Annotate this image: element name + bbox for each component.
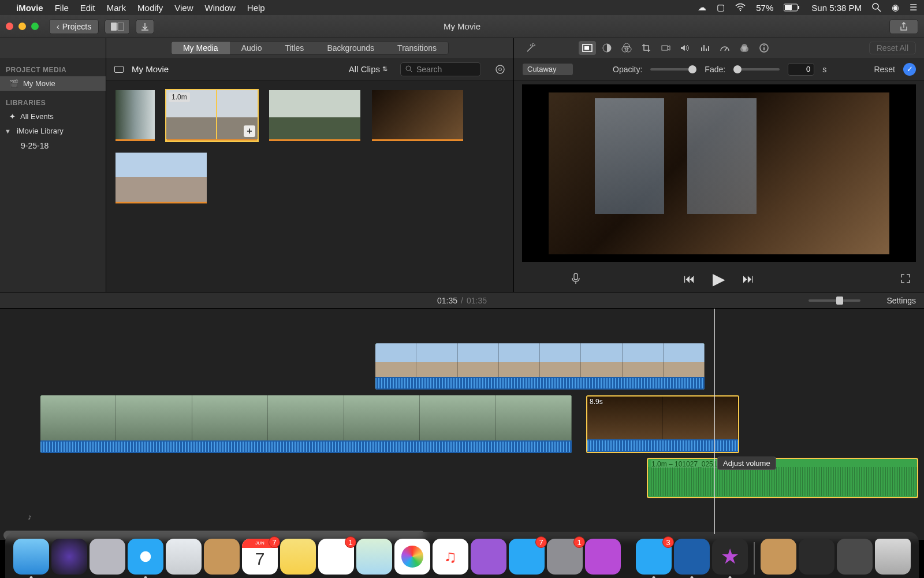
siri-menuextra-icon[interactable]: ◉ [892,2,899,13]
clip-skimmer[interactable] [216,90,217,139]
weather-menuextra-icon[interactable]: ☁︎ [698,2,706,13]
app-menu[interactable]: iMovie [16,3,43,13]
search-field[interactable]: Search [400,62,481,76]
dock-safari[interactable] [128,539,163,575]
timeline-main-clip-train[interactable] [40,395,572,453]
clip-thumbnail[interactable] [116,90,155,141]
battery-percent[interactable]: 57% [756,3,773,13]
crop-icon[interactable] [638,41,655,55]
fullscreen-window-button[interactable] [31,23,39,30]
dock-downloads[interactable] [761,539,796,575]
projects-back-button[interactable]: ‹Projects [49,19,99,34]
airplay-menuextra-icon[interactable]: ▢ [717,2,725,13]
dock-photos[interactable] [394,539,430,575]
preview-viewer[interactable] [522,84,916,262]
menu-view[interactable]: View [174,3,193,13]
disclosure-triangle-icon[interactable]: ▼ [5,128,11,135]
playhead[interactable] [714,309,715,534]
share-button[interactable] [889,19,918,34]
dock-messages[interactable]: 3 [636,539,672,575]
tab-transitions[interactable]: Transitions [386,42,448,54]
clip-thumbnail[interactable] [372,90,463,141]
dock-contacts[interactable] [204,539,240,575]
opacity-slider[interactable] [650,68,696,71]
add-clip-button[interactable]: + [244,125,255,137]
filters-icon[interactable] [736,41,753,55]
menubar-clock[interactable]: Sun 5:38 PM [811,3,862,13]
menu-window[interactable]: Window [205,3,236,13]
color-balance-icon[interactable] [598,41,616,55]
dock-recent-1[interactable] [799,539,834,575]
menu-help[interactable]: Help [247,3,265,13]
dock-launchpad[interactable] [90,539,125,575]
sidebar-all-events[interactable]: ✦ All Events [0,109,106,124]
dock-music[interactable]: ♫ [433,539,468,575]
sidebar-project-media-item[interactable]: 🎬 My Movie [0,76,106,91]
fullscreen-icon[interactable] [901,274,910,283]
tab-backgrounds[interactable]: Backgrounds [315,42,386,54]
sidebar-toggle-icon[interactable] [114,66,124,73]
clip-thumbnail[interactable] [269,90,360,141]
tab-audio[interactable]: Audio [230,42,274,54]
prev-button[interactable]: ⏮ [684,272,695,286]
sidebar-event[interactable]: 9-25-18 [0,138,106,153]
minimize-window-button[interactable] [18,23,26,30]
dock-appstore[interactable]: 7 [509,539,545,575]
menu-edit[interactable]: Edit [80,3,95,13]
dock-maps[interactable] [356,539,392,575]
clips-filter-dropdown[interactable]: All Clips ⇅ [349,64,388,74]
timeline-settings-button[interactable]: Settings [886,296,916,305]
menu-modify[interactable]: Modify [137,3,163,13]
dock-trash[interactable] [875,539,911,575]
volume-icon[interactable] [677,41,694,55]
info-icon[interactable] [755,41,773,55]
video-overlay-icon[interactable] [579,41,596,55]
timeline[interactable]: 8.9s 1.0m – 101027_0251 Adjust volume ♪ [0,309,924,540]
next-button[interactable]: ⏭ [743,272,754,286]
timeline-main-clip-cafe[interactable]: 8.9s [586,395,739,453]
sidebar-library[interactable]: ▼ iMovie Library [0,124,106,138]
clip-thumbnail[interactable] [116,153,207,203]
stabilization-icon[interactable] [657,41,675,55]
background-music-well[interactable]: ♪ [28,511,32,523]
tab-titles[interactable]: Titles [273,42,315,54]
dock-finder[interactable] [13,539,49,575]
dock-calendar[interactable]: JUN77 [242,539,278,575]
speed-icon[interactable] [716,41,733,55]
browser-settings-icon[interactable] [495,64,505,75]
menu-file[interactable]: File [55,3,69,13]
tab-my-media[interactable]: My Media [172,42,230,54]
dock-podcasts[interactable] [471,539,506,575]
apply-checkmark-button[interactable]: ✓ [903,63,916,76]
menu-mark[interactable]: Mark [107,3,126,13]
fade-slider[interactable] [733,68,780,71]
dock-reminders[interactable]: 1 [318,539,354,575]
wifi-menuextra-icon[interactable] [735,3,746,12]
reset-all-button[interactable]: Reset All [869,42,916,54]
notification-center-icon[interactable]: ☰ [910,2,917,13]
play-button[interactable]: ▶ [713,269,725,288]
dock-settings[interactable]: 1 [547,539,583,575]
overlay-mode-select[interactable]: Cutaway [522,63,573,76]
color-correction-icon[interactable] [618,41,635,55]
import-media-button[interactable] [136,19,154,34]
timeline-zoom-slider[interactable] [808,299,860,302]
fade-value-field[interactable]: 0 [788,63,814,76]
dock-notes[interactable] [280,539,316,575]
close-window-button[interactable] [6,23,13,30]
auto-enhance-icon[interactable] [522,41,539,55]
dock-feedback[interactable] [585,539,621,575]
dock-recent-2[interactable] [837,539,873,575]
dock-word[interactable] [674,539,710,575]
clip-thumbnail-selected[interactable]: 1.0m + [166,90,258,141]
hide-browser-button[interactable] [105,19,130,34]
dock-mail[interactable] [166,539,202,575]
reset-button[interactable]: Reset [874,65,895,74]
voiceover-mic-icon[interactable] [572,273,580,284]
dock-siri[interactable] [51,539,87,575]
dock-imovie[interactable]: ★ [712,539,748,575]
timeline-cutaway-clip[interactable] [375,343,705,390]
spotlight-icon[interactable] [872,3,881,12]
noise-equalizer-icon[interactable] [696,41,714,55]
timeline-audio-clip[interactable]: 1.0m – 101027_0251 [647,458,918,498]
